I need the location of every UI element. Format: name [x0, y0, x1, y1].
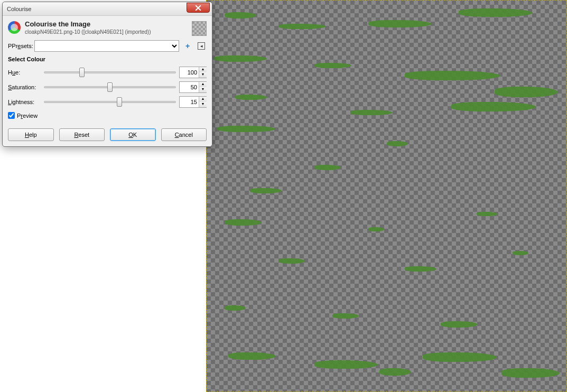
saturation-dec[interactable]: ▼ — [199, 87, 207, 92]
hue-dec[interactable]: ▼ — [199, 72, 207, 78]
dialog-subtitle: cloakpN49E021.png-10 ([cloakpN49E021] (i… — [25, 29, 188, 35]
hue-inc[interactable]: ▲ — [199, 67, 207, 72]
titlebar[interactable]: Colourise — [3, 2, 212, 16]
arrow-left-icon — [198, 42, 205, 50]
lightness-inc[interactable]: ▲ — [199, 97, 207, 102]
saturation-value[interactable] — [180, 82, 199, 92]
preview-checkbox[interactable] — [8, 112, 15, 119]
lightness-slider[interactable] — [44, 97, 176, 107]
ok-button[interactable]: OK — [110, 128, 156, 141]
hue-value[interactable] — [180, 67, 199, 78]
help-button[interactable]: Help — [8, 128, 54, 141]
lightness-row: Lightness: ▲▼ — [8, 96, 207, 108]
window-title: Colourise — [7, 6, 187, 12]
image-thumbnail — [192, 21, 207, 36]
close-button[interactable] — [187, 3, 210, 13]
select-colour-label: Select Colour — [8, 56, 207, 62]
saturation-row: Saturation: ▲▼ — [8, 81, 207, 93]
lightness-dec[interactable]: ▼ — [199, 102, 207, 107]
preview-label: Preview — [17, 113, 38, 119]
image-content — [207, 1, 566, 391]
image-canvas[interactable] — [206, 0, 567, 392]
dialog-title: Colourise the Image — [25, 20, 188, 28]
presets-label: PPresets: — [8, 43, 31, 49]
colourise-icon — [8, 21, 21, 34]
plus-icon: + — [185, 42, 190, 50]
reset-button[interactable]: Reset — [59, 128, 105, 141]
presets-select[interactable] — [34, 40, 179, 52]
lightness-spinbox[interactable]: ▲▼ — [179, 96, 207, 108]
close-icon — [195, 5, 201, 11]
lightness-label: Lightness: — [8, 99, 41, 105]
cancel-button[interactable]: Cancel — [161, 128, 207, 141]
add-preset-button[interactable]: + — [182, 41, 193, 51]
saturation-slider[interactable] — [44, 82, 176, 92]
hue-spinbox[interactable]: ▲▼ — [179, 67, 207, 78]
preset-menu-button[interactable] — [196, 41, 207, 51]
saturation-label: Saturation: — [8, 84, 41, 90]
saturation-spinbox[interactable]: ▲▼ — [179, 81, 207, 93]
colourise-dialog: Colourise Colourise the Image cloakpN49E… — [2, 2, 212, 147]
hue-row: Hue: ▲▼ — [8, 67, 207, 78]
dialog-header: Colourise the Image cloakpN49E021.png-10… — [8, 20, 207, 36]
lightness-value[interactable] — [180, 97, 199, 107]
saturation-inc[interactable]: ▲ — [199, 82, 207, 87]
hue-slider[interactable] — [44, 68, 176, 77]
hue-label: Hue: — [8, 69, 41, 76]
